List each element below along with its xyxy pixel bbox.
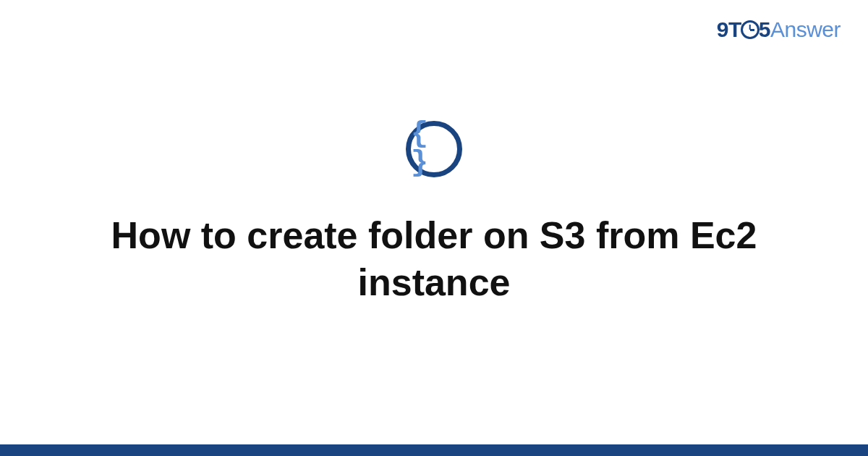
category-badge: { } (406, 121, 462, 177)
question-title: How to create folder on S3 from Ec2 inst… (87, 212, 781, 306)
logo-text-answer: Answer (770, 17, 841, 41)
logo-text-9t: 9T (717, 17, 741, 41)
footer-accent-bar (0, 444, 868, 456)
code-braces-icon: { } (411, 120, 457, 178)
main-content: { } How to create folder on S3 from Ec2 … (0, 0, 868, 456)
logo-text-5: 5 (759, 17, 770, 41)
clock-icon (741, 20, 760, 39)
site-header: 9T5Answer (717, 17, 841, 42)
site-logo[interactable]: 9T5Answer (717, 17, 841, 42)
